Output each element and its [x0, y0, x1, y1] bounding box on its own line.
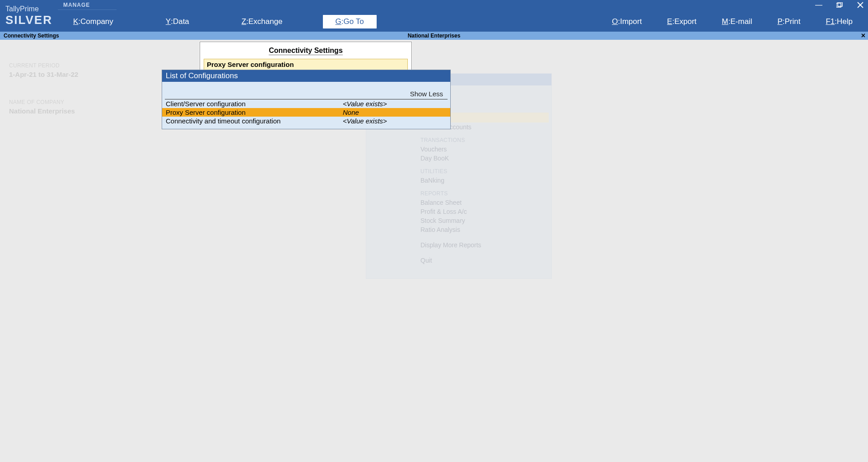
config-list-body: Client/Server configuration <Value exist…	[162, 99, 450, 129]
menu-exchange[interactable]: Z:Exchange	[229, 14, 295, 29]
show-less-toggle[interactable]: Show Less	[165, 82, 448, 99]
config-list-header: List of Configurations	[162, 70, 450, 82]
config-value: <Value exists>	[343, 100, 387, 108]
config-name: Client/Server configuration	[166, 100, 343, 108]
menu-wrap: MANAGE K:Company Y:Data Z:Exchange G:Go …	[58, 0, 868, 32]
config-name: Proxy Server configuration	[166, 108, 343, 116]
brand-name: TallyPrime	[5, 5, 52, 13]
period-value: 1-Apr-21 to 31-Mar-22	[9, 71, 78, 78]
manage-label: MANAGE	[58, 0, 117, 10]
config-row-proxy-server[interactable]: Proxy Server configuration None	[162, 108, 450, 117]
brand: TallyPrime SILVER	[0, 0, 58, 32]
menu-email[interactable]: M:E-mail	[715, 14, 758, 29]
gateway-item: Quit	[366, 256, 551, 265]
section-utilities: UTILITIES	[366, 163, 551, 176]
gateway-item: Vouchers	[366, 145, 551, 154]
section-reports: REPORTS	[366, 185, 551, 198]
window-controls: —	[815, 2, 864, 8]
menu-goto[interactable]: G:Go To	[322, 14, 377, 29]
menu-import[interactable]: O:Import	[606, 14, 648, 29]
menu-print[interactable]: P:Print	[771, 14, 807, 29]
bg-left-panel: CURRENT PERIOD 1-Apr-21 to 31-Mar-22 NAM…	[9, 62, 78, 115]
close-icon[interactable]	[856, 2, 864, 8]
crumb-company-name: National Enterprises	[408, 33, 461, 39]
gateway-item: Ratio Analysis	[366, 225, 551, 234]
menu-right-group: O:Import E:Export M:E-mail P:Print F1:He…	[606, 13, 868, 29]
crumb-screen-name: Connectivity Settings	[0, 33, 59, 39]
minimize-icon[interactable]: —	[815, 2, 823, 8]
body: CURRENT PERIOD 1-Apr-21 to 31-Mar-22 NAM…	[0, 40, 868, 462]
configurations-list: List of Configurations Show Less Client/…	[162, 70, 451, 129]
config-row-connectivity-timeout[interactable]: Connectivity and timeout configuration <…	[162, 117, 450, 125]
crumb-close-icon[interactable]: ×	[861, 32, 865, 40]
menu-company[interactable]: K:Company	[61, 14, 126, 29]
period-label: CURRENT PERIOD	[9, 62, 78, 69]
gateway-item: Profit & Loss A/c	[366, 207, 551, 216]
company-value: National Enterprises	[9, 107, 78, 115]
config-row-client-server[interactable]: Client/Server configuration <Value exist…	[162, 99, 450, 108]
config-name: Connectivity and timeout configuration	[166, 117, 343, 125]
gateway-item: Display More Reports	[366, 240, 551, 250]
menu-help[interactable]: F1:Help	[819, 14, 859, 29]
gateway-item: Balance Sheet	[366, 198, 551, 207]
company-label: NAME OF COMPANY	[9, 99, 78, 105]
menu-export[interactable]: E:Export	[661, 14, 703, 29]
brand-edition: SILVER	[5, 13, 52, 27]
gateway-item: Day BooK	[366, 154, 551, 163]
section-transactions: TRANSACTIONS	[366, 132, 551, 145]
menu-row: K:Company Y:Data Z:Exchange G:Go To O:Im…	[58, 10, 868, 32]
breadcrumb: Connectivity Settings National Enterpris…	[0, 32, 868, 40]
maximize-icon[interactable]	[835, 2, 844, 8]
gateway-item: BaNking	[366, 176, 551, 185]
config-value: None	[343, 108, 359, 116]
modal-title: Connectivity Settings	[200, 42, 411, 59]
menu-left-group: K:Company Y:Data Z:Exchange G:Go To	[58, 13, 377, 29]
app-root: TallyPrime SILVER MANAGE K:Company Y:Dat…	[0, 0, 868, 462]
gateway-item: Stock Summary	[366, 216, 551, 225]
modal-search-input[interactable]: Proxy Server configuration	[204, 59, 408, 70]
config-value: <Value exists>	[343, 117, 387, 125]
titlebar: TallyPrime SILVER MANAGE K:Company Y:Dat…	[0, 0, 868, 32]
menu-data[interactable]: Y:Data	[153, 14, 202, 29]
